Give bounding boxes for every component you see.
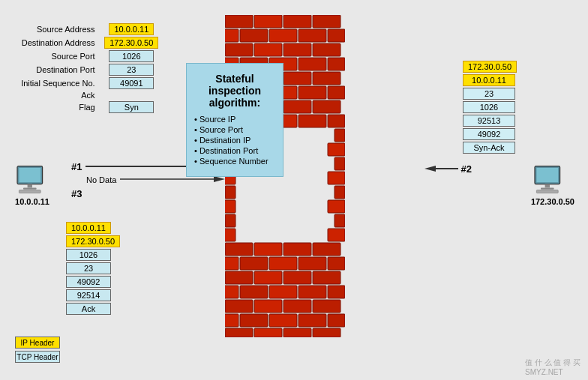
svg-rect-4 [19,190,40,193]
svg-rect-24 [269,29,297,42]
svg-rect-89 [254,300,282,313]
right-computer-icon [531,165,568,195]
svg-rect-63 [334,186,345,199]
svg-rect-72 [284,243,311,256]
svg-marker-13 [214,176,225,182]
value-seq-no: 49091 [109,77,154,89]
svg-rect-79 [225,271,253,284]
svg-rect-83 [225,286,238,298]
fw-item-2: Source Port [194,125,275,134]
watermark: 值 什 么 值 得 买SMYZ.NET [525,358,580,376]
svg-rect-27 [225,43,253,56]
svg-rect-82 [313,271,340,284]
right-val-3: 23 [463,88,515,100]
svg-rect-1 [19,168,40,182]
value-flag: Syn [109,101,154,113]
right-val-1: 172.30.0.50 [463,61,517,73]
svg-rect-64 [225,200,236,213]
svg-rect-34 [298,58,326,70]
label-ack: Ack [8,90,98,100]
svg-rect-20 [284,15,311,28]
legend-ip-header-box: IP Header [15,337,60,349]
firewall-title: Statefulinspectionalgorithm: [194,73,275,109]
svg-rect-99 [284,328,311,337]
svg-rect-47 [284,100,311,113]
val3-dst: 172.30.0.50 [66,235,120,247]
val3-src: 10.0.0.11 [66,222,111,234]
right-packet: 172.30.0.50 10.0.0.11 23 1026 92513 4909… [460,60,580,154]
left-packet-3: 10.0.0.11 172.30.0.50 1026 23 49092 9251… [64,221,176,319]
svg-rect-57 [328,143,345,156]
label-dest-address: Destination Address [8,36,98,49]
right-val-5: 92513 [463,115,515,127]
svg-rect-81 [284,271,311,284]
svg-rect-28 [254,43,282,56]
svg-rect-43 [298,86,326,99]
main-diagram: 10.0.0.11 172.30.0.50 Source Address 10.… [0,0,588,380]
svg-rect-19 [254,15,282,28]
svg-rect-85 [269,286,297,298]
fw-item-5: Sequence Number [194,157,275,166]
svg-rect-65 [328,200,345,213]
svg-rect-26 [328,29,345,42]
firewall-list: Source IP Source Port Destination IP Des… [194,115,275,166]
svg-rect-74 [225,257,238,270]
svg-rect-48 [313,100,340,113]
svg-rect-3 [23,187,37,189]
svg-rect-29 [284,43,311,56]
val3-seq: 49092 [66,276,111,288]
value-source-address: 10.0.0.11 [109,23,154,35]
svg-rect-95 [298,314,326,327]
svg-rect-44 [328,86,345,99]
svg-rect-59 [334,157,345,170]
svg-rect-6 [536,168,558,182]
arrow-step2-container: #2 [424,163,472,175]
step3-label: #3 [71,188,229,199]
svg-rect-80 [254,271,282,284]
svg-rect-7 [544,184,549,188]
svg-rect-30 [313,43,340,56]
svg-rect-39 [313,72,340,85]
svg-rect-93 [240,314,268,327]
svg-rect-84 [240,286,268,298]
svg-rect-38 [284,72,311,85]
right-val-6: 49092 [463,128,515,140]
left-computer: 10.0.0.11 [14,165,51,206]
svg-rect-100 [313,328,340,337]
svg-rect-88 [225,300,253,313]
svg-rect-22 [225,29,238,42]
svg-rect-94 [269,314,297,327]
svg-rect-70 [225,243,253,256]
svg-rect-67 [334,214,345,227]
svg-rect-53 [328,115,345,127]
svg-rect-76 [269,257,297,270]
svg-rect-68 [225,229,236,241]
right-val-4: 1026 [463,101,515,113]
no-data-label: No Data [86,175,116,184]
arrow-step2-svg [424,163,458,175]
svg-rect-8 [541,187,554,189]
val3-dport: 23 [66,262,111,274]
left-computer-ip: 10.0.0.11 [14,197,51,206]
svg-rect-92 [225,314,238,327]
svg-rect-23 [240,29,268,42]
value-dest-port: 23 [109,64,154,76]
firewall-container: Statefulinspectionalgorithm: Source IP S… [225,15,375,360]
svg-rect-55 [334,129,345,142]
val3-ack: 92514 [66,289,111,301]
svg-rect-18 [225,15,253,28]
legend: IP Header TCP Header [15,337,64,365]
svg-rect-97 [225,328,253,337]
label-seq-no: Initial Sequence No. [8,76,98,90]
step1-label: #1 [71,161,82,172]
right-computer-ip: 172.30.0.50 [531,197,574,206]
svg-rect-91 [313,300,340,313]
label-dest-port: Destination Port [8,63,98,76]
val3-flag: Ack [66,303,111,315]
firewall-info-box: Statefulinspectionalgorithm: Source IP S… [186,63,284,177]
svg-rect-87 [328,286,345,298]
svg-rect-62 [225,186,236,199]
right-computer: 172.30.0.50 [531,165,574,206]
svg-rect-66 [225,214,236,227]
svg-rect-96 [328,314,345,327]
